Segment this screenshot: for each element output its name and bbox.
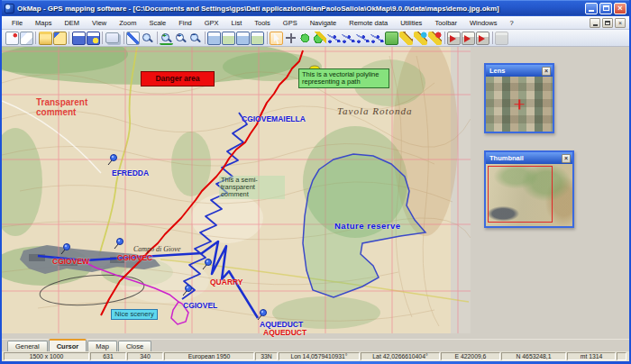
send-tracks-icon[interactable] xyxy=(476,32,489,45)
maximize-button[interactable] xyxy=(599,3,612,14)
zoom-original-icon[interactable]: + xyxy=(160,32,173,45)
tab-map[interactable]: Map xyxy=(87,341,117,351)
menu-help[interactable]: ? xyxy=(503,19,519,27)
copy-map-icon[interactable] xyxy=(105,32,119,43)
add-track-icon[interactable] xyxy=(356,32,370,45)
add-waypoint-icon[interactable] xyxy=(298,32,312,45)
pan-tool-icon[interactable] xyxy=(284,32,297,45)
toolbar-separator xyxy=(492,32,493,44)
window-title: OkMap - GPS mapping software - [C:\Docum… xyxy=(17,5,585,13)
pin-aqueduct[interactable] xyxy=(258,310,267,321)
lens-close-icon[interactable]: × xyxy=(542,67,551,76)
add-route-icon[interactable] xyxy=(327,32,341,45)
menu-view[interactable]: View xyxy=(86,19,113,27)
tab-cursor[interactable]: Cursor xyxy=(49,339,87,351)
menu-tools[interactable]: Tools xyxy=(248,19,277,27)
edit-route-icon[interactable] xyxy=(342,32,355,45)
menu-dem[interactable]: DEM xyxy=(58,19,86,27)
properties-icon[interactable] xyxy=(495,32,508,45)
lens-title-bar[interactable]: Lens × xyxy=(486,65,553,77)
toolbar-separator xyxy=(157,32,158,44)
waypoint-label-aqueduct-2[interactable]: AQUEDUCT xyxy=(263,329,306,337)
delete-comment-icon[interactable] xyxy=(428,32,442,45)
send-waypoints-icon[interactable] xyxy=(447,32,461,45)
edit-waypoint-icon[interactable] xyxy=(313,32,326,45)
pin-cgiovec[interactable] xyxy=(114,239,123,250)
menu-gps[interactable]: GPS xyxy=(277,19,304,27)
waypoint-label-cgiovec[interactable]: CGIOVEC xyxy=(117,254,152,262)
semi-transparent-comment[interactable]: This a semi-transparent comment xyxy=(219,176,285,199)
save-map-icon[interactable] xyxy=(72,32,86,45)
thumbnail-view[interactable] xyxy=(486,164,572,226)
import-map-icon[interactable] xyxy=(39,32,52,45)
menu-windows[interactable]: Windows xyxy=(463,19,503,27)
waypoint-label-efredda[interactable]: EFREDDA xyxy=(112,169,149,177)
mdi-restore-button[interactable] xyxy=(602,18,613,28)
thumbnail-title: Thumbnail xyxy=(489,154,524,162)
zoom-out-icon[interactable]: − xyxy=(188,32,202,45)
waypoint-label-cgiovel[interactable]: CGIOVEL xyxy=(183,302,217,310)
export-map-icon[interactable] xyxy=(53,32,67,45)
open-map-icon[interactable] xyxy=(20,32,33,45)
menu-navigate[interactable]: Navigate xyxy=(304,19,343,27)
okmap-window: OkMap - GPS mapping software - [C:\Docum… xyxy=(0,0,631,364)
mdi-close-button[interactable]: × xyxy=(615,18,626,28)
waypoint-label-cgiovemaiella[interactable]: CGIOVEMAIELLA xyxy=(242,115,306,123)
menu-bar: File Maps DEM View Zoom Scale Find GPX L… xyxy=(2,16,629,30)
vector-polyline-comment[interactable]: This is a vectorial polyline representin… xyxy=(298,68,389,88)
zoom-previous-icon[interactable] xyxy=(251,32,264,45)
tab-close[interactable]: Close xyxy=(118,341,151,351)
transparent-comment[interactable]: Transparent comment xyxy=(36,98,101,117)
status-empty xyxy=(617,352,626,360)
menu-utilities[interactable]: Utilities xyxy=(394,19,428,27)
map-scale-icon[interactable] xyxy=(87,32,100,45)
mdi-area: Danger area This is a vectorial polyline… xyxy=(2,47,629,339)
menu-file[interactable]: File xyxy=(5,19,29,27)
zoom-full-icon[interactable] xyxy=(236,32,250,45)
menu-remote-data[interactable]: Remote data xyxy=(343,19,394,27)
status-easting: E 422009,6 xyxy=(441,352,500,360)
menu-gpx[interactable]: GPX xyxy=(198,19,225,27)
edit-comment-icon[interactable] xyxy=(414,32,427,45)
send-routes-icon[interactable] xyxy=(462,32,475,45)
zoom-region-icon[interactable] xyxy=(222,32,235,45)
menu-scale[interactable]: Scale xyxy=(142,19,172,27)
status-cursor-y: 340 xyxy=(127,352,163,360)
zoom-in-icon[interactable]: + xyxy=(174,32,187,45)
tab-general[interactable]: General xyxy=(7,341,48,351)
pointer-tool-icon[interactable] xyxy=(270,32,283,45)
find-map-icon[interactable] xyxy=(141,32,154,45)
mdi-minimize-button[interactable] xyxy=(590,18,600,28)
status-cursor-x: 631 xyxy=(90,352,126,360)
toolbar-separator xyxy=(444,32,445,44)
lens-crosshair-icon xyxy=(515,104,525,105)
thumbnail-window: Thumbnail × xyxy=(484,150,574,228)
waypoint-label-quarry[interactable]: QUARRY xyxy=(210,278,243,287)
close-button[interactable]: × xyxy=(614,3,626,14)
thumbnail-close-icon[interactable]: × xyxy=(562,154,571,163)
thumbnail-title-bar[interactable]: Thumbnail × xyxy=(486,152,572,164)
main-toolbar: + + − xyxy=(2,30,629,47)
menu-find[interactable]: Find xyxy=(172,19,198,27)
map-properties-icon[interactable] xyxy=(126,32,140,45)
zoom-window-icon[interactable] xyxy=(207,32,221,45)
edit-track-icon[interactable] xyxy=(370,32,384,45)
nature-reserve-label[interactable]: Nature reserve xyxy=(334,222,401,231)
thumbnail-viewport-rect[interactable] xyxy=(488,166,553,223)
danger-area-comment[interactable]: Danger area xyxy=(141,71,215,86)
new-map-icon[interactable] xyxy=(5,32,19,45)
waypoint-label-cgiovew[interactable]: CGIOVEW xyxy=(52,258,89,266)
nice-scenery-comment[interactable]: Nice scenery xyxy=(111,309,158,320)
map-canvas[interactable]: Danger area This is a vectorial polyline… xyxy=(2,47,471,333)
lens-view xyxy=(486,77,553,132)
new-comment-icon[interactable] xyxy=(399,32,413,45)
menu-list[interactable]: List xyxy=(225,19,249,27)
minimize-button[interactable] xyxy=(585,3,598,14)
status-tab-bar: General Cursor Map Close xyxy=(2,339,629,351)
menu-maps[interactable]: Maps xyxy=(29,19,58,27)
add-area-icon[interactable] xyxy=(385,32,398,45)
menu-toolbar[interactable]: Toolbar xyxy=(428,19,463,27)
status-latitude: Lat 42,0266610404° xyxy=(361,352,440,360)
menu-zoom[interactable]: Zoom xyxy=(113,19,142,27)
title-bar: OkMap - GPS mapping software - [C:\Docum… xyxy=(2,0,629,16)
